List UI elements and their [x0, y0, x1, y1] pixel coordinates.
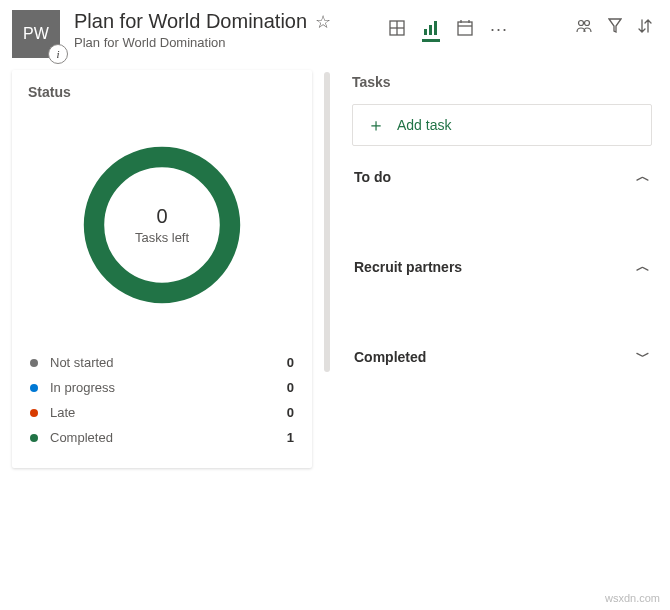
svg-rect-4	[429, 25, 432, 35]
legend-label: Late	[50, 405, 75, 420]
bucket-recruit-partners[interactable]: Recruit partners ︿	[352, 236, 652, 298]
legend-row-late: Late 0	[28, 400, 296, 425]
tasks-left-label: Tasks left	[135, 230, 189, 245]
tasks-pane-title: Tasks	[352, 74, 652, 90]
legend-row-in-progress: In progress 0	[28, 375, 296, 400]
legend-label: Completed	[50, 430, 113, 445]
plan-title: Plan for World Domination	[74, 10, 307, 33]
legend-row-not-started: Not started 0	[28, 350, 296, 375]
plus-icon: ＋	[367, 118, 385, 132]
bucket-label: Recruit partners	[354, 259, 462, 275]
bucket-label: Completed	[354, 349, 426, 365]
tasks-left-count: 0	[156, 205, 167, 228]
board-view-icon[interactable]	[388, 16, 406, 42]
legend-value: 0	[287, 380, 294, 395]
svg-point-11	[585, 21, 590, 26]
filter-icon[interactable]	[608, 18, 622, 38]
title-block: Plan for World Domination ☆ Plan for Wor…	[74, 10, 331, 50]
more-menu-icon[interactable]: ···	[490, 19, 508, 40]
status-card: Status 0 Tasks left Not started 0 In pro…	[12, 70, 312, 468]
info-icon[interactable]: i	[48, 44, 68, 64]
svg-rect-6	[458, 22, 472, 35]
charts-view-icon[interactable]	[422, 16, 440, 42]
pane-divider[interactable]	[324, 72, 330, 372]
svg-rect-3	[424, 29, 427, 35]
chevron-up-icon: ︿	[636, 168, 650, 186]
favorite-star-icon[interactable]: ☆	[315, 11, 331, 33]
schedule-view-icon[interactable]	[456, 16, 474, 42]
svg-point-10	[579, 21, 584, 26]
sort-icon[interactable]	[638, 18, 652, 38]
legend-value: 0	[287, 405, 294, 420]
status-donut-chart: 0 Tasks left	[77, 140, 247, 310]
legend-label: In progress	[50, 380, 115, 395]
members-icon[interactable]	[576, 18, 592, 38]
legend-value: 1	[287, 430, 294, 445]
tasks-pane: Tasks ＋ Add task To do ︿ Recruit partner…	[342, 70, 662, 468]
chevron-down-icon: ﹀	[636, 348, 650, 366]
status-card-title: Status	[28, 84, 296, 100]
add-task-button[interactable]: ＋ Add task	[352, 104, 652, 146]
toolbar-right	[576, 18, 652, 38]
view-switcher: ···	[388, 16, 508, 42]
legend-label: Not started	[50, 355, 114, 370]
legend-row-completed: Completed 1	[28, 425, 296, 450]
svg-rect-5	[434, 21, 437, 35]
plan-tile: PW i	[12, 10, 60, 58]
bucket-completed[interactable]: Completed ﹀	[352, 326, 652, 388]
header: PW i Plan for World Domination ☆ Plan fo…	[0, 0, 670, 58]
dot-icon	[30, 409, 38, 417]
legend-value: 0	[287, 355, 294, 370]
plan-initials: PW	[23, 25, 49, 43]
bucket-to-do[interactable]: To do ︿	[352, 146, 652, 208]
bucket-label: To do	[354, 169, 391, 185]
dot-icon	[30, 359, 38, 367]
add-task-label: Add task	[397, 117, 451, 133]
dot-icon	[30, 384, 38, 392]
watermark: wsxdn.com	[605, 592, 660, 604]
chevron-up-icon: ︿	[636, 258, 650, 276]
plan-subtitle: Plan for World Domination	[74, 35, 331, 50]
status-legend: Not started 0 In progress 0 Late 0 Compl…	[28, 350, 296, 450]
dot-icon	[30, 434, 38, 442]
